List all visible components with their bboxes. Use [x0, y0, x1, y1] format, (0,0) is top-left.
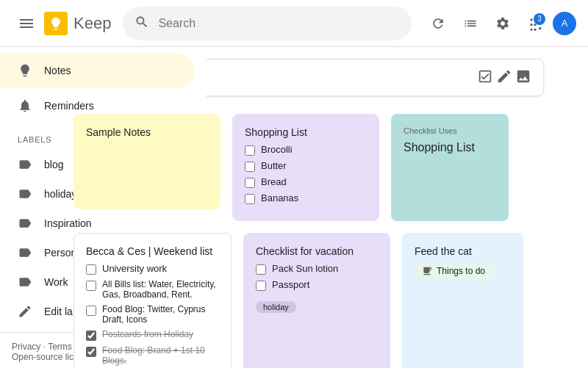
checklist-label: Butter	[261, 160, 287, 171]
list-view-button[interactable]	[456, 9, 485, 38]
app-title: Keep	[74, 14, 111, 33]
note-title: Sample Notes	[86, 126, 208, 138]
checklist-item: Passport	[256, 279, 378, 291]
checklist-checkbox[interactable]	[245, 178, 255, 188]
header: Keep 3 A	[0, 0, 588, 47]
checklist-item: All Bills list: Water, Electricity, Gas,…	[86, 279, 219, 300]
notes-label: Notes	[44, 65, 71, 76]
note-subtitle: Checklist Uses	[404, 126, 496, 135]
new-note-actions	[477, 68, 531, 87]
note-sample-notes[interactable]: Sample Notes	[74, 114, 220, 209]
checklist-checkbox[interactable]	[86, 264, 96, 275]
checklist-label: Brocolli	[261, 144, 293, 155]
label-blog: blog	[44, 159, 63, 170]
note-chip: holiday	[256, 301, 296, 313]
checklist-label: Passport	[272, 279, 309, 290]
note-title: Feed the cat	[415, 245, 511, 257]
checklist-label: Bananas	[261, 192, 298, 203]
header-left: Keep	[12, 9, 111, 38]
header-actions: 3 A	[423, 9, 576, 38]
checklist-item: Food Blog: Twitter, Cyprus Draft, Icons	[86, 304, 219, 325]
checklist-label: Food Blog: Brand + 1st 10 Blogs.	[102, 345, 219, 366]
checklist-checkbox[interactable]	[86, 331, 96, 341]
checkbox-icon[interactable]	[477, 68, 493, 87]
reminders-label: Reminders	[44, 100, 94, 112]
checklist: Brocolli Butter Bread Bananas	[245, 144, 367, 204]
checklist-label: All Bills list: Water, Electricity, Gas,…	[102, 279, 219, 300]
checklist-checkbox[interactable]	[86, 347, 96, 357]
checklist-checkbox[interactable]	[86, 306, 96, 316]
checklist-item-checked: Postcards from Holiday	[86, 329, 219, 341]
note-title: Shopping List	[404, 141, 496, 154]
sidebar-item-notes[interactable]: Notes	[0, 53, 194, 88]
checklist-label: Pack Sun lotion	[272, 263, 338, 274]
note-feed-cat[interactable]: Feed the cat Things to do	[402, 233, 523, 368]
terms-link[interactable]: Terms	[48, 342, 72, 352]
pen-icon[interactable]	[496, 68, 512, 87]
privacy-link[interactable]: Privacy	[12, 342, 40, 352]
note-title: Becca & Ces | Weekend list	[86, 245, 219, 257]
avatar[interactable]: A	[553, 12, 576, 35]
label-holiday: holiday	[44, 188, 76, 200]
checklist-checkbox[interactable]	[245, 162, 255, 172]
footer-dot: ·	[43, 342, 46, 352]
note-title: Checklist for vacation	[256, 245, 378, 257]
checklist-item: Pack Sun lotion	[256, 263, 378, 275]
things-to-do-badge: Things to do	[415, 263, 492, 279]
checklist-item: Butter	[245, 160, 367, 172]
note-title: Shopping List	[245, 126, 367, 138]
checklist: University work All Bills list: Water, E…	[86, 263, 219, 368]
keep-logo-icon	[44, 12, 68, 35]
apps-button[interactable]: 3	[520, 9, 550, 38]
checklist-checkbox[interactable]	[256, 264, 266, 275]
checklist-label: Bread	[261, 176, 287, 187]
checklist: Pack Sun lotion Passport	[256, 263, 378, 291]
checklist-label: University work	[102, 263, 167, 274]
label-work: Work	[44, 276, 68, 288]
notes-grid: Sample Notes Shopping List Brocolli Butt…	[74, 114, 573, 368]
checklist-item: Bread	[245, 176, 367, 188]
checklist-item: Brocolli	[245, 144, 367, 156]
search-input[interactable]	[158, 17, 400, 30]
badge-label: Things to do	[437, 266, 485, 276]
note-becca-weekend[interactable]: Becca & Ces | Weekend list University wo…	[74, 233, 232, 368]
checklist-checkbox[interactable]	[256, 281, 266, 291]
checklist-checkbox[interactable]	[245, 145, 255, 156]
checklist-item-checked: Food Blog: Brand + 1st 10 Blogs.	[86, 345, 219, 366]
checklist-checkbox[interactable]	[86, 281, 96, 291]
image-icon[interactable]	[515, 68, 531, 87]
note-shopping-list[interactable]: Shopping List Brocolli Butter Bread Bana…	[232, 114, 379, 221]
checklist-label: Food Blog: Twitter, Cyprus Draft, Icons	[102, 304, 219, 325]
search-icon	[135, 15, 158, 32]
label-inspiration: Inspiration	[44, 217, 92, 229]
refresh-button[interactable]	[423, 9, 453, 38]
settings-button[interactable]	[488, 9, 517, 38]
note-checklist-uses[interactable]: Checklist Uses Shopping List	[391, 114, 509, 221]
menu-icon[interactable]	[12, 9, 41, 38]
checklist-item: Bananas	[245, 192, 367, 204]
notification-badge: 3	[534, 13, 545, 25]
checklist-label: Postcards from Holiday	[102, 329, 193, 339]
checklist-item: University work	[86, 263, 219, 275]
checklist-checkbox[interactable]	[245, 194, 255, 204]
note-checklist-vacation[interactable]: Checklist for vacation Pack Sun lotion P…	[243, 233, 390, 368]
search-bar[interactable]	[123, 7, 412, 40]
